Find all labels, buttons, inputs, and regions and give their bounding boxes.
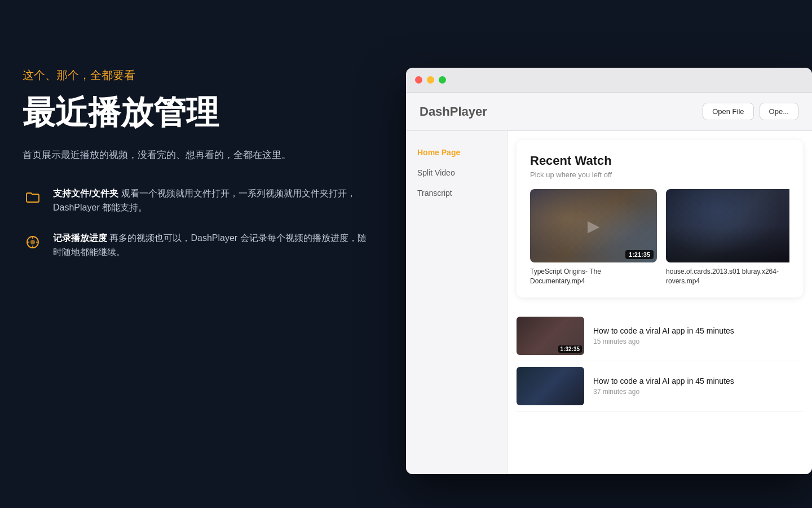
list-title-1: How to code a viral AI app in 45 minutes (593, 376, 803, 386)
feature-folder-text: 支持文件/文件夹 观看一个视频就用文件打开，一系列视频就用文件夹打开，DashP… (53, 186, 372, 215)
sidebar-item-home[interactable]: Home Page (406, 142, 507, 163)
open-file-button[interactable]: Open File (703, 103, 753, 120)
recent-watch-title: Recent Watch (530, 154, 789, 168)
feature-folder: 支持文件/文件夹 观看一个视频就用文件打开，一系列视频就用文件夹打开，DashP… (23, 186, 372, 215)
description: 首页展示最近播放的视频，没看完的、想再看的，全都在这里。 (23, 147, 304, 164)
list-time-0: 15 minutes ago (593, 338, 803, 345)
app-window: DashPlayer Open File Ope... Home Page Sp… (406, 68, 812, 474)
video-title-0: TypeScript Origins- The Documentary.mp4 (530, 267, 657, 286)
main-title: 最近播放管理 (23, 94, 372, 130)
list-thumb-0: 1:32:35 (517, 317, 584, 355)
traffic-light-red[interactable] (415, 76, 422, 84)
left-panel: 这个、那个，全都要看 最近播放管理 首页展示最近播放的视频，没看完的、想再看的，… (23, 68, 372, 260)
progress-icon (23, 232, 43, 252)
app-body: Home Page Split Video Transcript Recent … (406, 131, 812, 474)
video-title-1: house.of.cards.2013.s01 bluray.x264-rove… (666, 267, 789, 286)
title-bar (406, 68, 812, 93)
list-info-0: How to code a viral AI app in 45 minutes… (593, 326, 803, 345)
app-sidebar: Home Page Split Video Transcript (406, 131, 508, 474)
feature-progress-title: 记录播放进度 (53, 233, 107, 243)
feature-progress: 记录播放进度 再多的视频也可以，DashPlayer 会记录每个视频的播放进度，… (23, 231, 372, 260)
video-card-0[interactable]: 1:21:35 TypeScript Origins- The Document… (530, 189, 657, 286)
traffic-light-green[interactable] (439, 76, 446, 84)
list-time-1: 37 minutes ago (593, 388, 803, 396)
video-grid: 1:21:35 TypeScript Origins- The Document… (530, 189, 789, 286)
list-duration-0: 1:32:35 (558, 345, 582, 353)
folder-icon (23, 187, 43, 208)
traffic-light-yellow[interactable] (427, 76, 434, 84)
list-item-1[interactable]: How to code a viral AI app in 45 minutes… (517, 361, 803, 411)
list-title-0: How to code a viral AI app in 45 minutes (593, 326, 803, 335)
video-card-1[interactable]: house.of.cards.2013.s01 bluray.x264-rove… (666, 189, 789, 286)
list-info-1: How to code a viral AI app in 45 minutes… (593, 376, 803, 396)
video-thumb-0: 1:21:35 (530, 189, 657, 262)
sidebar-item-transcript[interactable]: Transcript (406, 183, 507, 203)
recent-watch-section: Recent Watch Pick up where you left off … (517, 140, 803, 297)
app-header: DashPlayer Open File Ope... (406, 93, 812, 131)
video-duration-0: 1:21:35 (625, 250, 654, 259)
app-main: Recent Watch Pick up where you left off … (508, 131, 812, 474)
video-thumb-1 (666, 189, 789, 262)
feature-progress-text: 记录播放进度 再多的视频也可以，DashPlayer 会记录每个视频的播放进度，… (53, 231, 372, 260)
open-other-button[interactable]: Ope... (760, 103, 798, 120)
list-thumb-1 (517, 367, 584, 405)
feature-folder-title: 支持文件/文件夹 (53, 189, 118, 198)
header-buttons: Open File Ope... (703, 103, 798, 120)
sidebar-item-split[interactable]: Split Video (406, 163, 507, 183)
feature-list: 支持文件/文件夹 观看一个视频就用文件打开，一系列视频就用文件夹打开，DashP… (23, 186, 372, 260)
list-section: 1:32:35 How to code a viral AI app in 45… (508, 306, 812, 421)
svg-point-1 (30, 240, 35, 244)
app-logo: DashPlayer (420, 104, 487, 119)
list-item-0[interactable]: 1:32:35 How to code a viral AI app in 45… (517, 311, 803, 361)
recent-watch-subtitle: Pick up where you left off (530, 170, 789, 179)
subtitle: 这个、那个，全都要看 (23, 68, 372, 83)
